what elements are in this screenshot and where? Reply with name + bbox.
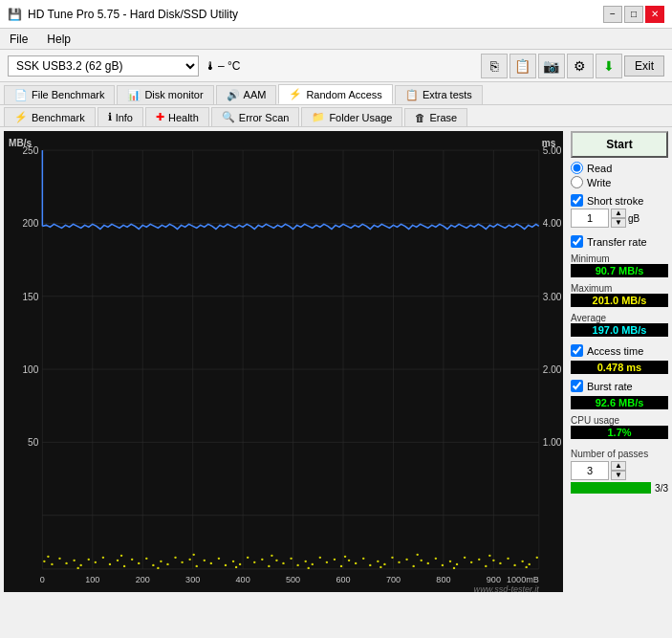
svg-point-67 [296,564,298,566]
svg-point-58 [232,561,234,562]
svg-point-87 [442,564,444,566]
average-value: 197.0 MB/s [571,323,668,337]
short-stroke-checkbox[interactable] [571,194,583,207]
temperature-display: 🌡 – °C [205,59,240,73]
write-radio[interactable] [571,176,583,188]
passes-progress-label: 3/3 [655,483,668,494]
svg-point-114 [525,566,527,568]
svg-point-107 [271,555,272,557]
burst-rate-checkbox[interactable] [571,380,583,392]
svg-point-75 [355,562,357,564]
svg-point-36 [73,560,75,561]
passes-label: Number of passes [571,449,668,459]
tab-file-benchmark[interactable]: 📄 File Benchmark [4,85,115,104]
tab-aam[interactable]: 🔊 AAM [216,85,277,104]
minimum-value: 90.7 MB/s [571,264,668,277]
tab-folder-usage[interactable]: 📁 Folder Usage [301,107,402,126]
tab-disk-monitor[interactable]: 📊 Disk monitor [117,85,213,104]
svg-point-53 [196,565,198,567]
short-stroke-spinbox[interactable] [571,209,609,228]
spinbox-down-btn[interactable]: ▼ [611,218,626,228]
settings-icon-btn[interactable]: ⚙ [567,54,594,78]
svg-point-78 [377,561,379,562]
minimize-button[interactable]: − [603,6,622,23]
cpu-usage-section: CPU usage 1.7% [571,413,668,439]
svg-point-65 [282,562,284,564]
thermometer-icon: 🌡 [205,59,216,73]
maximize-button[interactable]: □ [624,6,643,23]
tab-erase[interactable]: 🗑 Erase [404,108,467,126]
passes-spinbox-row: ▲ ▼ [571,461,668,480]
passes-down-btn[interactable]: ▼ [611,471,626,480]
write-radio-label[interactable]: Write [571,176,668,188]
access-time-section: 0.478 ms [571,361,668,374]
info-icon-btn[interactable]: 📋 [509,54,536,78]
svg-point-83 [412,565,414,567]
svg-point-111 [416,554,418,556]
svg-point-73 [340,565,342,567]
svg-point-62 [261,559,263,561]
svg-point-108 [308,567,310,569]
short-stroke-checkbox-label[interactable]: Short stroke [571,194,668,207]
svg-point-77 [369,564,371,566]
svg-text:400: 400 [236,575,250,584]
svg-point-61 [253,561,255,563]
tab-info[interactable]: ℹ Info [98,107,143,126]
copy-icon-btn[interactable]: ⎘ [481,54,508,78]
svg-point-96 [507,558,509,560]
random-access-icon: ⚡ [289,88,302,100]
right-panel: Start Read Write Short stroke ▲ ▼ [567,127,672,596]
svg-point-104 [157,567,159,569]
menu-file[interactable]: File [4,31,33,48]
folder-usage-icon: 📁 [312,111,325,123]
passes-spinbox[interactable] [571,461,609,480]
svg-point-98 [521,561,523,562]
tab-error-scan[interactable]: 🔍 Error Scan [211,107,300,126]
svg-point-40 [102,557,104,559]
drive-select[interactable]: SSK USB3.2 (62 gB) [8,55,199,77]
svg-point-106 [235,566,237,568]
svg-text:MB/s: MB/s [9,138,32,148]
tab-health[interactable]: ✚ Health [145,107,209,126]
svg-point-57 [225,564,227,566]
read-radio[interactable] [571,162,583,174]
svg-point-52 [188,559,190,561]
svg-point-101 [47,556,49,558]
maximum-label: Maximum [571,283,668,294]
svg-point-59 [239,563,241,565]
exit-button[interactable]: Exit [624,55,664,77]
tab-benchmark[interactable]: ⚡ Benchmark [4,107,96,126]
menu-help[interactable]: Help [41,31,76,48]
svg-point-109 [344,556,346,558]
svg-point-105 [192,554,194,556]
temperature-value: – °C [218,59,240,73]
svg-text:200: 200 [136,575,150,584]
start-button[interactable]: Start [571,131,668,158]
svg-text:ms: ms [542,138,556,148]
svg-point-64 [275,560,277,561]
window-title: HD Tune Pro 5.75 - Hard Disk/SSD Utility [28,8,238,21]
passes-up-btn[interactable]: ▲ [611,461,626,471]
camera-icon-btn[interactable]: 📷 [538,54,565,78]
read-radio-label[interactable]: Read [571,162,668,174]
transfer-rate-checkbox[interactable] [571,235,583,248]
window-controls: − □ ✕ [603,6,664,23]
tab-extra-tests[interactable]: 📋 Extra tests [395,85,483,104]
short-stroke-spinbox-row: ▲ ▼ gB [571,209,668,228]
svg-point-88 [449,561,451,562]
access-time-checkbox-label[interactable]: Access time [571,344,668,357]
download-icon-btn[interactable]: ⬇ [596,54,622,78]
short-stroke-spinbox-btns: ▲ ▼ [611,209,626,228]
tab-random-access[interactable]: ⚡ Random Access [278,84,392,104]
health-icon: ✚ [156,111,164,123]
svg-point-113 [488,555,490,557]
svg-point-86 [435,558,437,560]
spinbox-up-btn[interactable]: ▲ [611,209,626,218]
close-button[interactable]: ✕ [645,6,664,23]
average-label: Average [571,313,668,323]
svg-point-102 [76,567,78,569]
burst-rate-checkbox-label[interactable]: Burst rate [571,380,668,392]
svg-point-56 [218,558,220,560]
access-time-checkbox[interactable] [571,344,583,357]
transfer-rate-checkbox-label[interactable]: Transfer rate [571,235,668,248]
